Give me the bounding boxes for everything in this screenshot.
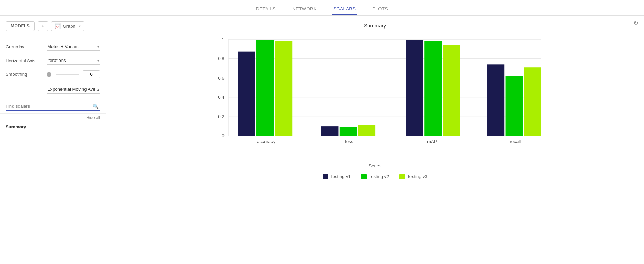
graph-dropdown[interactable]: 📈 Graph ▾ [51, 21, 84, 31]
group-by-row: Group by Metric + Variant Metric None [6, 42, 100, 51]
bar-recall-v1 [487, 64, 504, 136]
svg-text:accuracy: accuracy [257, 139, 276, 144]
bar-map-v3 [443, 45, 460, 136]
tab-scalars[interactable]: SCALARS [332, 3, 357, 15]
chart-svg: 0 0.2 0.4 0.6 0.8 1 [201, 35, 549, 159]
smoothing-value-input[interactable]: 0 [83, 70, 100, 78]
summary-section-label: Summary [0, 121, 106, 132]
search-area: 🔍 [0, 99, 106, 114]
legend-swatch-v2 [361, 174, 367, 179]
chart-title: Summary [201, 23, 549, 29]
tab-plots[interactable]: PLOTS [371, 3, 389, 15]
svg-text:0.8: 0.8 [218, 56, 225, 61]
smoothing-method-wrapper: Exponential Moving Ave... [47, 85, 100, 94]
bar-map-v1 [406, 40, 423, 136]
smoothing-method-select[interactable]: Exponential Moving Ave... [47, 85, 100, 94]
legend-label-v1: Testing v1 [330, 174, 351, 179]
add-button[interactable]: + [38, 21, 48, 31]
bar-map-v2 [424, 41, 442, 136]
legend-item-v3: Testing v3 [399, 174, 427, 179]
hide-all-link[interactable]: Hide all [86, 115, 100, 120]
horizontal-axis-select[interactable]: Iterations Time Epoch [47, 56, 100, 65]
chevron-down-icon: ▾ [79, 24, 81, 28]
bar-recall-v2 [506, 76, 523, 136]
bar-accuracy-v3 [275, 41, 292, 136]
svg-text:0.4: 0.4 [218, 95, 225, 100]
smoothing-label: Smoothing [6, 72, 44, 77]
svg-text:recall: recall [510, 139, 521, 144]
graph-label: Graph [63, 24, 75, 29]
bar-loss-v2 [340, 127, 357, 136]
chart-container: Summary 0 0.2 0.4 [201, 23, 549, 179]
svg-text:1: 1 [222, 37, 224, 42]
smoothing-slider-thumb[interactable] [47, 72, 51, 77]
legend-item-v1: Testing v1 [323, 174, 351, 179]
chart-legend: Testing v1 Testing v2 Testing v3 [201, 174, 549, 179]
bar-recall-v3 [524, 67, 541, 136]
bar-accuracy-v1 [238, 52, 255, 136]
legend-item-v2: Testing v2 [361, 174, 389, 179]
horizontal-axis-row: Horizontal Axis Iterations Time Epoch [6, 56, 100, 65]
sidebar-controls: Group by Metric + Variant Metric None Ho… [0, 37, 106, 99]
horizontal-axis-label: Horizontal Axis [6, 58, 44, 63]
tab-details[interactable]: DETAILS [255, 3, 277, 15]
sidebar: MODELS + 📈 Graph ▾ Group by Metric + Var… [0, 16, 106, 262]
smoothing-row: Smoothing 0 [6, 70, 100, 78]
hide-all-row: Hide all [0, 114, 106, 121]
svg-text:mAP: mAP [427, 139, 437, 144]
group-by-wrapper: Metric + Variant Metric None [47, 42, 100, 51]
group-by-label: Group by [6, 44, 44, 49]
search-icon: 🔍 [93, 104, 99, 109]
svg-text:loss: loss [345, 139, 353, 144]
bar-loss-v3 [358, 125, 375, 136]
bar-loss-v1 [321, 126, 338, 136]
legend-label-v2: Testing v2 [369, 174, 389, 179]
horizontal-axis-wrapper: Iterations Time Epoch [47, 56, 100, 65]
svg-text:0: 0 [222, 133, 224, 138]
svg-text:0.2: 0.2 [218, 114, 225, 119]
legend-swatch-v1 [323, 174, 328, 179]
chart-line-icon: 📈 [55, 23, 61, 29]
svg-text:0.6: 0.6 [218, 75, 225, 81]
bar-accuracy-v2 [256, 40, 274, 136]
sidebar-toolbar: MODELS + 📈 Graph ▾ [0, 21, 106, 37]
search-input[interactable] [6, 102, 100, 111]
smoothing-method-row: Exponential Moving Ave... [6, 85, 100, 94]
chart-svg-wrapper: 0 0.2 0.4 0.6 0.8 1 [201, 35, 549, 160]
main-content: ↻ Summary 0 0.2 [106, 16, 644, 262]
legend-label-v3: Testing v3 [407, 174, 427, 179]
chart-x-label: Series [201, 163, 549, 168]
models-button[interactable]: MODELS [6, 21, 35, 31]
smoothing-slider-track[interactable] [56, 74, 79, 75]
group-by-select[interactable]: Metric + Variant Metric None [47, 42, 100, 51]
tab-network[interactable]: NETWORK [291, 3, 318, 15]
top-nav: DETAILS NETWORK SCALARS PLOTS [0, 0, 644, 16]
refresh-icon[interactable]: ↻ [633, 19, 638, 27]
legend-swatch-v3 [399, 174, 405, 179]
